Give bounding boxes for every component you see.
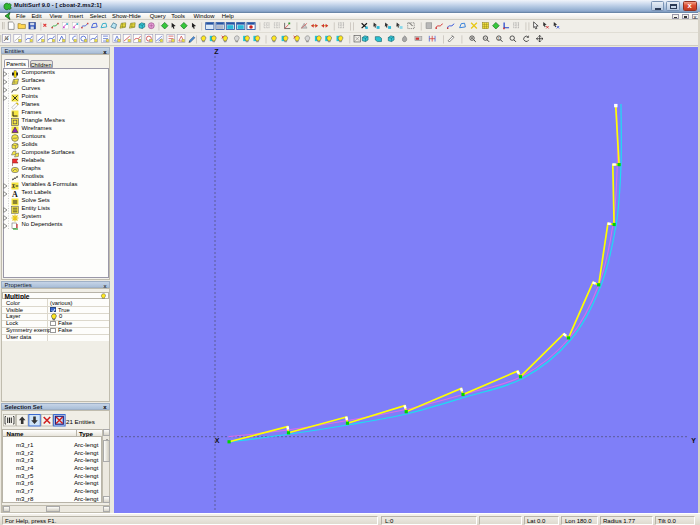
svg-text:X: X xyxy=(214,437,219,444)
svg-text:Z: Z xyxy=(214,48,219,55)
svg-text:¼: ¼ xyxy=(4,36,8,42)
svg-text:1: 1 xyxy=(498,37,500,41)
svg-text:X=: X= xyxy=(11,183,18,189)
svg-text:Y: Y xyxy=(691,437,696,444)
